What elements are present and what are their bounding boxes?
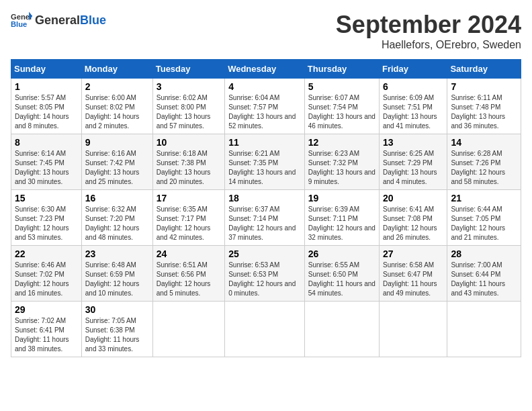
calendar-cell: 22Sunrise: 6:46 AMSunset: 7:02 PMDayligh… bbox=[11, 246, 82, 302]
day-number: 15 bbox=[15, 193, 78, 203]
calendar-cell: 26Sunrise: 6:55 AMSunset: 6:50 PMDayligh… bbox=[304, 246, 379, 302]
day-number: 17 bbox=[157, 193, 221, 203]
day-info: Sunrise: 7:05 AMSunset: 6:38 PMDaylight:… bbox=[85, 316, 149, 354]
day-number: 19 bbox=[308, 193, 375, 203]
header: General Blue GeneralBlue September 2024 … bbox=[11, 11, 521, 51]
day-number: 26 bbox=[308, 248, 375, 259]
day-number: 13 bbox=[383, 137, 443, 148]
calendar-cell: 20Sunrise: 6:41 AMSunset: 7:08 PMDayligh… bbox=[379, 190, 447, 246]
calendar-cell: 14Sunrise: 6:28 AMSunset: 7:26 PMDayligh… bbox=[447, 134, 521, 190]
calendar-cell: 7Sunrise: 6:11 AMSunset: 7:48 PMDaylight… bbox=[447, 79, 521, 134]
day-number: 16 bbox=[85, 193, 149, 203]
calendar-cell: 13Sunrise: 6:25 AMSunset: 7:29 PMDayligh… bbox=[379, 134, 447, 190]
calendar-cell: 5Sunrise: 6:07 AMSunset: 7:54 PMDaylight… bbox=[304, 79, 379, 134]
calendar-cell bbox=[152, 302, 224, 357]
calendar-cell: 29Sunrise: 7:02 AMSunset: 6:41 PMDayligh… bbox=[11, 302, 82, 357]
day-number: 7 bbox=[451, 81, 517, 92]
calendar-cell: 15Sunrise: 6:30 AMSunset: 7:23 PMDayligh… bbox=[11, 190, 82, 246]
day-number: 2 bbox=[85, 81, 149, 92]
calendar-cell: 3Sunrise: 6:02 AMSunset: 8:00 PMDaylight… bbox=[152, 79, 224, 134]
day-info: Sunrise: 6:09 AMSunset: 7:51 PMDaylight:… bbox=[383, 93, 443, 131]
day-number: 9 bbox=[85, 137, 149, 148]
day-number: 27 bbox=[383, 248, 443, 259]
logo: General Blue GeneralBlue bbox=[11, 11, 106, 30]
location-title: Haellefors, OErebro, Sweden bbox=[336, 39, 521, 51]
day-info: Sunrise: 6:16 AMSunset: 7:42 PMDaylight:… bbox=[85, 149, 149, 187]
calendar-table: SundayMondayTuesdayWednesdayThursdayFrid… bbox=[11, 59, 521, 357]
calendar-cell: 10Sunrise: 6:18 AMSunset: 7:38 PMDayligh… bbox=[152, 134, 224, 190]
day-info: Sunrise: 6:18 AMSunset: 7:38 PMDaylight:… bbox=[157, 149, 221, 187]
day-info: Sunrise: 6:25 AMSunset: 7:29 PMDaylight:… bbox=[383, 149, 443, 187]
calendar-week-row: 8Sunrise: 6:14 AMSunset: 7:45 PMDaylight… bbox=[11, 134, 521, 190]
calendar-cell: 25Sunrise: 6:53 AMSunset: 6:53 PMDayligh… bbox=[225, 246, 305, 302]
day-number: 18 bbox=[228, 193, 301, 203]
weekday-header: Saturday bbox=[447, 60, 521, 79]
calendar-cell: 6Sunrise: 6:09 AMSunset: 7:51 PMDaylight… bbox=[379, 79, 447, 134]
day-number: 11 bbox=[228, 137, 301, 148]
weekday-header: Tuesday bbox=[152, 60, 224, 79]
day-info: Sunrise: 6:00 AMSunset: 8:02 PMDaylight:… bbox=[85, 93, 149, 131]
weekday-header: Sunday bbox=[11, 60, 82, 79]
day-info: Sunrise: 7:00 AMSunset: 6:44 PMDaylight:… bbox=[451, 261, 517, 298]
calendar-cell: 8Sunrise: 6:14 AMSunset: 7:45 PMDaylight… bbox=[11, 134, 82, 190]
day-info: Sunrise: 6:14 AMSunset: 7:45 PMDaylight:… bbox=[15, 149, 78, 187]
day-info: Sunrise: 6:39 AMSunset: 7:11 PMDaylight:… bbox=[308, 205, 375, 242]
day-number: 29 bbox=[15, 304, 78, 315]
day-info: Sunrise: 6:53 AMSunset: 6:53 PMDaylight:… bbox=[228, 261, 301, 298]
calendar-cell: 11Sunrise: 6:21 AMSunset: 7:35 PMDayligh… bbox=[225, 134, 305, 190]
day-info: Sunrise: 5:57 AMSunset: 8:05 PMDaylight:… bbox=[15, 93, 78, 131]
calendar-week-row: 29Sunrise: 7:02 AMSunset: 6:41 PMDayligh… bbox=[11, 302, 521, 357]
calendar-week-row: 15Sunrise: 6:30 AMSunset: 7:23 PMDayligh… bbox=[11, 190, 521, 246]
month-title: September 2024 bbox=[336, 11, 521, 39]
weekday-header: Wednesday bbox=[225, 60, 305, 79]
calendar-cell: 23Sunrise: 6:48 AMSunset: 6:59 PMDayligh… bbox=[81, 246, 152, 302]
day-info: Sunrise: 6:58 AMSunset: 6:47 PMDaylight:… bbox=[383, 261, 443, 298]
weekday-header: Thursday bbox=[304, 60, 379, 79]
day-number: 10 bbox=[157, 137, 221, 148]
day-number: 30 bbox=[85, 304, 149, 315]
day-info: Sunrise: 6:07 AMSunset: 7:54 PMDaylight:… bbox=[308, 93, 375, 131]
weekday-header: Monday bbox=[81, 60, 152, 79]
day-number: 22 bbox=[15, 248, 78, 259]
day-number: 8 bbox=[15, 137, 78, 148]
day-info: Sunrise: 6:48 AMSunset: 6:59 PMDaylight:… bbox=[85, 261, 149, 298]
svg-text:Blue: Blue bbox=[11, 20, 27, 28]
calendar-cell: 30Sunrise: 7:05 AMSunset: 6:38 PMDayligh… bbox=[81, 302, 152, 357]
calendar-cell: 17Sunrise: 6:35 AMSunset: 7:17 PMDayligh… bbox=[152, 190, 224, 246]
calendar-cell: 19Sunrise: 6:39 AMSunset: 7:11 PMDayligh… bbox=[304, 190, 379, 246]
day-info: Sunrise: 6:51 AMSunset: 6:56 PMDaylight:… bbox=[157, 261, 221, 298]
day-info: Sunrise: 6:55 AMSunset: 6:50 PMDaylight:… bbox=[308, 261, 375, 298]
day-number: 20 bbox=[383, 193, 443, 203]
calendar-cell bbox=[304, 302, 379, 357]
day-number: 1 bbox=[15, 81, 78, 92]
day-info: Sunrise: 6:44 AMSunset: 7:05 PMDaylight:… bbox=[451, 205, 517, 242]
title-section: September 2024 Haellefors, OErebro, Swed… bbox=[336, 11, 521, 51]
calendar-cell: 2Sunrise: 6:00 AMSunset: 8:02 PMDaylight… bbox=[81, 79, 152, 134]
calendar-cell: 28Sunrise: 7:00 AMSunset: 6:44 PMDayligh… bbox=[447, 246, 521, 302]
calendar-cell bbox=[447, 302, 521, 357]
day-info: Sunrise: 6:21 AMSunset: 7:35 PMDaylight:… bbox=[228, 149, 301, 187]
day-number: 12 bbox=[308, 137, 375, 148]
calendar-cell: 12Sunrise: 6:23 AMSunset: 7:32 PMDayligh… bbox=[304, 134, 379, 190]
calendar-cell: 9Sunrise: 6:16 AMSunset: 7:42 PMDaylight… bbox=[81, 134, 152, 190]
day-number: 25 bbox=[228, 248, 301, 259]
calendar-cell: 4Sunrise: 6:04 AMSunset: 7:57 PMDaylight… bbox=[225, 79, 305, 134]
calendar-week-row: 22Sunrise: 6:46 AMSunset: 7:02 PMDayligh… bbox=[11, 246, 521, 302]
calendar-cell bbox=[225, 302, 305, 357]
day-info: Sunrise: 6:41 AMSunset: 7:08 PMDaylight:… bbox=[383, 205, 443, 242]
day-info: Sunrise: 6:35 AMSunset: 7:17 PMDaylight:… bbox=[157, 205, 221, 242]
day-info: Sunrise: 6:46 AMSunset: 7:02 PMDaylight:… bbox=[15, 261, 78, 298]
logo-general: General bbox=[35, 13, 80, 27]
day-number: 23 bbox=[85, 248, 149, 259]
day-number: 21 bbox=[451, 193, 517, 203]
day-number: 3 bbox=[157, 81, 221, 92]
calendar-cell: 1Sunrise: 5:57 AMSunset: 8:05 PMDaylight… bbox=[11, 79, 82, 134]
day-number: 24 bbox=[157, 248, 221, 259]
day-info: Sunrise: 6:02 AMSunset: 8:00 PMDaylight:… bbox=[157, 93, 221, 131]
day-info: Sunrise: 6:11 AMSunset: 7:48 PMDaylight:… bbox=[451, 93, 517, 131]
calendar-cell: 21Sunrise: 6:44 AMSunset: 7:05 PMDayligh… bbox=[447, 190, 521, 246]
day-info: Sunrise: 6:32 AMSunset: 7:20 PMDaylight:… bbox=[85, 205, 149, 242]
day-info: Sunrise: 6:04 AMSunset: 7:57 PMDaylight:… bbox=[228, 93, 301, 131]
day-number: 4 bbox=[228, 81, 301, 92]
day-number: 28 bbox=[451, 248, 517, 259]
